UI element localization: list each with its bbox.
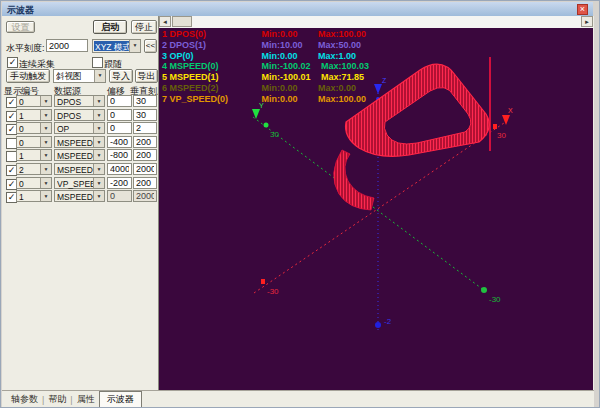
scroll-right-icon[interactable]: ►	[581, 16, 593, 27]
row-offset-input[interactable]	[107, 109, 132, 121]
stop-button[interactable]: 停止	[131, 20, 157, 34]
legend-min-value: Min:0.00	[262, 51, 308, 62]
chevron-down-icon[interactable]: ▼	[93, 96, 104, 106]
legend-channel-label: 4 MSPEED(0)	[162, 61, 259, 72]
row-vscale-input[interactable]	[133, 122, 157, 134]
manual-trigger-button[interactable]: 手动触发	[6, 69, 50, 83]
view-select-value: 斜视图	[56, 71, 94, 83]
settings-button[interactable]: 设置	[6, 21, 35, 33]
table-row: 0 ▼ MSPEED ▼	[2, 136, 158, 150]
row-source-select[interactable]: MSPEED ▼	[54, 149, 105, 161]
close-icon[interactable]: ×	[577, 4, 588, 15]
table-row: ✓ 1 ▼ MSPEED ▼	[2, 190, 158, 204]
chevron-down-icon[interactable]: ▼	[40, 123, 51, 133]
row-source-select[interactable]: MSPEED ▼	[54, 163, 105, 175]
mode-select[interactable]: XYZ 模式 ▼	[92, 39, 141, 53]
row-axis-number-select[interactable]: 2 ▼	[16, 163, 52, 175]
row-offset-input[interactable]	[107, 163, 132, 175]
chevron-down-icon[interactable]: ▼	[40, 96, 51, 106]
legend-min-value: Min:0.00	[262, 29, 308, 40]
row-axis-number-select[interactable]: 0 ▼	[16, 122, 52, 134]
view-select[interactable]: 斜视图 ▼	[53, 69, 106, 83]
row-offset-input[interactable]	[107, 190, 132, 202]
legend-row: 7 VP_SPEED(0) Min:0.00 Max:100.00	[162, 94, 369, 105]
row-axis-number-select[interactable]: 1 ▼	[16, 109, 52, 121]
chevron-down-icon[interactable]: ▼	[40, 110, 51, 120]
table-row: ✓ 0 ▼ OP ▼	[2, 122, 158, 136]
tab-3[interactable]: 属性	[73, 392, 99, 407]
row-source-select[interactable]: DPOS ▼	[54, 95, 105, 107]
row-source-select[interactable]: MSPEED ▼	[54, 190, 105, 202]
start-button[interactable]: 启动	[93, 20, 127, 34]
client-area: 设置 启动 停止 水平刻度: XYZ 模式 ▼ << ✓ 连续采集 跟随 手动触…	[2, 16, 594, 390]
chevron-down-icon[interactable]: ▼	[93, 178, 104, 188]
row-vscale-input[interactable]	[133, 163, 157, 175]
export-button[interactable]: 导出	[135, 69, 158, 83]
hscale-input[interactable]	[46, 39, 88, 52]
chevron-down-icon[interactable]: ▼	[93, 150, 104, 160]
table-row: ✓ 1 ▼ DPOS ▼	[2, 109, 158, 123]
row-vscale-input[interactable]	[133, 136, 157, 148]
row-vscale-input[interactable]	[133, 190, 157, 202]
chevron-down-icon[interactable]: ▼	[40, 137, 51, 147]
follow-checkbox[interactable]	[92, 57, 103, 68]
chevron-down-icon[interactable]: ▼	[129, 40, 140, 52]
legend-max-value: Max:0.00	[318, 83, 356, 93]
chevron-down-icon[interactable]: ▼	[93, 137, 104, 147]
row-axis-number-select[interactable]: 1 ▼	[16, 149, 52, 161]
row-source-select[interactable]: MSPEED ▼	[54, 136, 105, 148]
scrollbar-thumb[interactable]	[172, 16, 192, 27]
scroll-left-icon[interactable]: ◄	[159, 16, 171, 27]
x-pos-tick: 30	[497, 131, 506, 140]
collapse-button[interactable]: <<	[144, 39, 157, 53]
row-source-select[interactable]: VP_SPEED ▼	[54, 177, 105, 189]
chevron-down-icon[interactable]: ▼	[94, 70, 105, 82]
row-offset-input[interactable]	[107, 136, 132, 148]
row-axis-number-select[interactable]: 0 ▼	[16, 177, 52, 189]
chevron-down-icon[interactable]: ▼	[40, 150, 51, 160]
chevron-down-icon[interactable]: ▼	[40, 191, 51, 201]
table-row: ✓ 0 ▼ DPOS ▼	[2, 95, 158, 109]
channel-legend: 1 DPOS(0) Min:0.00 Max:100.00 2 DPOS(1) …	[162, 29, 369, 105]
table-row: ✓ 0 ▼ VP_SPEED ▼	[2, 177, 158, 191]
chevron-down-icon[interactable]: ▼	[40, 164, 51, 174]
channel-table: ✓ 0 ▼ DPOS ▼ ✓ 1 ▼ DPOS ▼ ✓ 0 ▼ OP	[2, 95, 158, 204]
chevron-down-icon[interactable]: ▼	[93, 123, 104, 133]
legend-row: 4 MSPEED(0) Min:-100.02 Max:100.03	[162, 61, 369, 72]
tab-2[interactable]: 帮助	[44, 392, 70, 407]
z-neg-tick: -2	[384, 317, 392, 326]
legend-min-value: Min:0.00	[262, 83, 308, 94]
row-vscale-input[interactable]	[133, 109, 157, 121]
chevron-down-icon[interactable]: ▼	[93, 164, 104, 174]
row-vscale-input[interactable]	[133, 177, 157, 189]
row-source-select[interactable]: DPOS ▼	[54, 109, 105, 121]
chevron-down-icon[interactable]: ▼	[93, 110, 104, 120]
legend-row: 3 OP(0) Min:0.00 Max:1.00	[162, 51, 369, 62]
row-axis-number-select[interactable]: 0 ▼	[16, 95, 52, 107]
legend-row: 2 DPOS(1) Min:10.00 Max:50.00	[162, 40, 369, 51]
legend-row: 5 MSPEED(1) Min:-100.01 Max:71.85	[162, 72, 369, 83]
row-source-select[interactable]: OP ▼	[54, 122, 105, 134]
tab-4[interactable]: 示波器	[99, 391, 142, 408]
row-axis-number-select[interactable]: 0 ▼	[16, 136, 52, 148]
row-axis-number-select[interactable]: 1 ▼	[16, 190, 52, 202]
chevron-down-icon[interactable]: ▼	[93, 191, 104, 201]
row-vscale-input[interactable]	[133, 149, 157, 161]
oscilloscope-window: 示波器 × 设置 启动 停止 水平刻度: XYZ 模式 ▼ << ✓ 连续采集 …	[0, 0, 600, 408]
legend-max-value: Max:100.00	[318, 94, 366, 104]
import-button[interactable]: 导入	[109, 69, 133, 83]
continuous-checkbox[interactable]: ✓	[7, 57, 18, 68]
chevron-down-icon[interactable]: ▼	[40, 178, 51, 188]
row-offset-input[interactable]	[107, 149, 132, 161]
legend-channel-label: 6 MSPEED(2)	[162, 83, 259, 94]
row-vscale-input[interactable]	[133, 95, 157, 107]
legend-min-value: Min:0.00	[262, 94, 308, 105]
plot-canvas[interactable]: X 30 -30 Y 30 -30	[159, 28, 593, 390]
row-offset-input[interactable]	[107, 122, 132, 134]
row-offset-input[interactable]	[107, 95, 132, 107]
legend-min-value: Min:-100.01	[262, 72, 311, 83]
legend-channel-label: 1 DPOS(0)	[162, 29, 259, 40]
legend-channel-label: 2 DPOS(1)	[162, 40, 259, 51]
tab-1[interactable]: 轴参数	[7, 392, 42, 407]
row-offset-input[interactable]	[107, 177, 132, 189]
